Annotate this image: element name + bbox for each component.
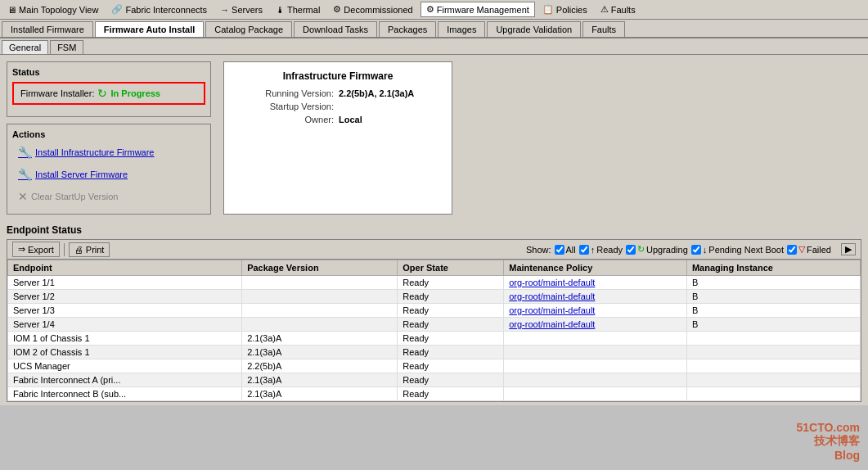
status-box: Status Firmware Installer: ↻ In Progress xyxy=(7,61,211,117)
faults-icon: ⚠ xyxy=(600,4,609,15)
cell-1 xyxy=(242,318,398,332)
nav-faults[interactable]: ⚠ Faults xyxy=(595,2,641,17)
table-header: Endpoint Package Version Oper State Main… xyxy=(8,260,861,276)
filter-pending-next-boot: ↓ Pending Next Boot xyxy=(691,245,784,255)
subtab-general[interactable]: General xyxy=(2,40,48,54)
table-row[interactable]: Server 1/3Readyorg-root/maint-defaultB xyxy=(8,304,861,318)
filter-upgrading-checkbox[interactable] xyxy=(626,245,636,255)
print-button[interactable]: 🖨 Print xyxy=(69,242,110,257)
cell-0: UCS Manager xyxy=(8,359,242,373)
export-button[interactable]: ⇒ Export xyxy=(12,242,60,257)
install-server-icon: 🔧 xyxy=(18,168,32,181)
cell-2: Ready xyxy=(398,359,504,373)
thermal-icon: 🌡 xyxy=(276,5,285,15)
cell-3 xyxy=(504,359,687,373)
table-row[interactable]: Server 1/2Readyorg-root/maint-defaultB xyxy=(8,290,861,304)
cell-2: Ready xyxy=(398,387,504,401)
cell-2: Ready xyxy=(398,332,504,346)
header-row: Endpoint Package Version Oper State Main… xyxy=(8,260,861,276)
tab-installed-firmware[interactable]: Installed Firmware xyxy=(2,21,93,37)
infra-startup-version-row: Startup Version: xyxy=(232,102,443,111)
endpoint-status-title: Endpoint Status xyxy=(7,224,861,236)
nav-fabric-interconnects[interactable]: 🔗 Fabric Interconnects xyxy=(106,2,213,17)
ready-arrow-icon: ↑ xyxy=(591,245,596,255)
table-row[interactable]: Fabric Interconnect A (pri...2.1(3a)ARea… xyxy=(8,373,861,387)
install-infrastructure-button[interactable]: 🔧 Install Infrastructure Firmware xyxy=(12,142,205,162)
fabric-icon: 🔗 xyxy=(111,4,123,15)
cell-3[interactable]: org-root/maint-default xyxy=(504,304,687,318)
cell-0: Server 1/1 xyxy=(8,276,242,290)
filter-failed-checkbox[interactable] xyxy=(787,245,797,255)
subtab-fsm[interactable]: FSM xyxy=(50,40,83,54)
nav-main-topology[interactable]: 🖥 Main Topology View xyxy=(2,2,104,17)
status-indicator: Firmware Installer: ↻ In Progress xyxy=(12,82,205,105)
clear-startup-button[interactable]: ✕ Clear StartUp Version xyxy=(12,187,205,206)
nav-firmware-management[interactable]: ⚙ Firmware Management xyxy=(421,2,535,17)
endpoint-table-container[interactable]: Endpoint Package Version Oper State Main… xyxy=(7,259,861,402)
table-row[interactable]: Fabric Interconnect B (sub...2.1(3a)ARea… xyxy=(8,387,861,401)
tab-upgrade-validation[interactable]: Upgrade Validation xyxy=(487,21,581,37)
actions-title: Actions xyxy=(12,129,205,139)
cell-1 xyxy=(242,290,398,304)
print-icon: 🖨 xyxy=(74,245,83,255)
filter-all-checkbox[interactable] xyxy=(555,245,564,255)
table-row[interactable]: IOM 1 of Chassis 12.1(3a)AReady xyxy=(8,332,861,346)
cell-2: Ready xyxy=(398,318,504,332)
cell-2: Ready xyxy=(398,290,504,304)
firmware-installer-label: Firmware Installer: xyxy=(20,88,94,98)
table-row[interactable]: Server 1/1Readyorg-root/maint-defaultB xyxy=(8,276,861,290)
cell-1: 2.1(3a)A xyxy=(242,332,398,346)
cell-3[interactable]: org-root/maint-default xyxy=(504,318,687,332)
cell-4: B xyxy=(686,304,860,318)
table-row[interactable]: IOM 2 of Chassis 12.1(3a)AReady xyxy=(8,346,861,359)
startup-version-label: Startup Version: xyxy=(232,102,339,111)
tab-firmware-auto-install[interactable]: Firmware Auto Install xyxy=(95,21,204,37)
cell-4 xyxy=(686,373,860,387)
nav-thermal[interactable]: 🌡 Thermal xyxy=(270,2,326,17)
main-tab-row: Installed Firmware Firmware Auto Install… xyxy=(0,20,868,38)
col-oper-state: Oper State xyxy=(398,260,504,276)
cell-4 xyxy=(686,346,860,359)
owner-value: Local xyxy=(339,115,362,124)
filter-upgrading-label: Upgrading xyxy=(646,245,688,255)
nav-policies[interactable]: 📋 Policies xyxy=(537,2,593,17)
installer-status-value: In Progress xyxy=(110,88,160,98)
tab-download-tasks[interactable]: Download Tasks xyxy=(294,21,377,37)
tab-faults[interactable]: Faults xyxy=(582,21,625,37)
cell-1 xyxy=(242,304,398,318)
filter-upgrading: ↻ Upgrading xyxy=(626,244,688,255)
cell-0: Server 1/3 xyxy=(8,304,242,318)
cell-3[interactable]: org-root/maint-default xyxy=(504,276,687,290)
show-filters: Show: All ↑ Ready ↻ Upgrading ↓ Pending … xyxy=(526,243,856,255)
top-navigation: 🖥 Main Topology View 🔗 Fabric Interconne… xyxy=(0,0,868,20)
decommissioned-icon: ⚙ xyxy=(333,4,341,15)
cell-1: 2.1(3a)A xyxy=(242,373,398,387)
table-row[interactable]: UCS Manager2.2(5b)AReady xyxy=(8,359,861,373)
filter-ready-checkbox[interactable] xyxy=(579,245,589,255)
table-row[interactable]: Server 1/4Readyorg-root/maint-defaultB xyxy=(8,318,861,332)
filter-failed-label: Failed xyxy=(807,245,831,255)
cell-4: B xyxy=(686,290,860,304)
cell-0: Server 1/2 xyxy=(8,290,242,304)
tab-catalog-package[interactable]: Catalog Package xyxy=(205,21,292,37)
cell-0: Fabric Interconnect A (pri... xyxy=(8,373,242,387)
tab-images[interactable]: Images xyxy=(438,21,485,37)
cell-2: Ready xyxy=(398,304,504,318)
cell-1 xyxy=(242,276,398,290)
nav-decommissioned[interactable]: ⚙ Decommissioned xyxy=(327,2,418,17)
endpoint-table: Endpoint Package Version Oper State Main… xyxy=(7,260,861,401)
scroll-right-icon: ▶ xyxy=(841,243,856,255)
cell-4 xyxy=(686,387,860,401)
cell-3[interactable]: org-root/maint-default xyxy=(504,290,687,304)
install-server-button[interactable]: 🔧 Install Server Firmware xyxy=(12,165,205,184)
running-version-value: 2.2(5b)A, 2.1(3a)A xyxy=(339,88,414,98)
filter-pending-checkbox[interactable] xyxy=(691,245,701,255)
nav-servers[interactable]: → Servers xyxy=(214,2,268,17)
install-infra-icon: 🔧 xyxy=(18,146,32,159)
toolbar-left: ⇒ Export 🖨 Print xyxy=(12,242,110,257)
main-content: Status Firmware Installer: ↻ In Progress… xyxy=(0,55,868,221)
tab-packages[interactable]: Packages xyxy=(379,21,436,37)
cell-4: B xyxy=(686,318,860,332)
pending-boot-icon: ↓ xyxy=(703,245,708,255)
infra-running-version-row: Running Version: 2.2(5b)A, 2.1(3a)A xyxy=(232,88,443,98)
